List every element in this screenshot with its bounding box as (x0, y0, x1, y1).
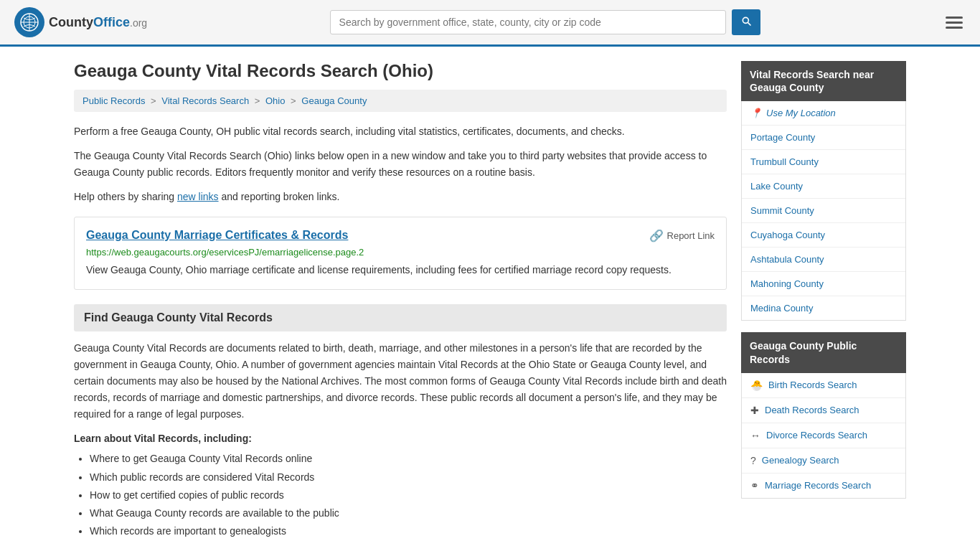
genealogy-icon: ? (750, 455, 756, 466)
nearby-links-container: 📍 Use My Location Portage County Trumbul… (741, 101, 906, 321)
list-item: Which records are important to genealogi… (90, 522, 727, 540)
record-title-link[interactable]: Geauga County Marriage Certificates & Re… (86, 229, 348, 242)
new-links-link[interactable]: new links (177, 191, 219, 202)
list-item: Which public records are considered Vita… (90, 468, 727, 486)
list-item: What Geauga County records are available… (90, 504, 727, 522)
report-link-label: Report Link (667, 230, 715, 241)
breadcrumb-sep-2: > (255, 95, 263, 106)
birth-icon: 🐣 (750, 380, 763, 391)
nearby-link-label: Medina County (750, 303, 813, 314)
breadcrumb-sep-3: > (291, 95, 298, 106)
nearby-link-label: Mahoning County (750, 278, 824, 289)
find-records-section-header: Find Geauga County Vital Records (74, 304, 727, 331)
divorce-records-label: Divorce Records Search (766, 430, 867, 441)
genealogy-link[interactable]: ? Genealogy Search (742, 448, 905, 474)
menu-bar-top (946, 17, 963, 19)
breadcrumb-public-records[interactable]: Public Records (83, 95, 145, 106)
record-description: View Geauga County, Ohio marriage certif… (86, 262, 715, 278)
death-icon: ✚ (750, 405, 759, 416)
nearby-link-label: Summit County (750, 205, 814, 216)
menu-button[interactable] (943, 14, 966, 32)
nearby-trumbull-county[interactable]: Trumbull County (742, 150, 905, 174)
genealogy-label: Genealogy Search (762, 455, 839, 466)
marriage-records-link[interactable]: ⚭ Marriage Records Search (742, 474, 905, 498)
divorce-records-link[interactable]: ↔ Divorce Records Search (742, 423, 905, 448)
nearby-portage-county[interactable]: Portage County (742, 126, 905, 150)
main-container: Geauga County Vital Records Search (Ohio… (60, 47, 920, 551)
intro-para-2: The Geauga County Vital Records Search (… (74, 148, 727, 180)
intro-para-3: Help others by sharing new links and rep… (74, 189, 727, 204)
death-records-link[interactable]: ✚ Death Records Search (742, 398, 905, 423)
public-records-section: Geauga County Public Records 🐣 Birth Rec… (741, 332, 906, 498)
page-title: Geauga County Vital Records Search (Ohio… (74, 61, 727, 81)
logo-text: CountyOffice.org (49, 15, 147, 30)
intro-p3-prefix: Help others by sharing (74, 191, 177, 202)
search-input[interactable] (330, 10, 726, 34)
list-item: Where to get Geauga County Vital Records… (90, 450, 727, 468)
intro-p3-suffix: and reporting broken links. (219, 191, 340, 202)
nearby-lake-county[interactable]: Lake County (742, 174, 905, 199)
nearby-mahoning-county[interactable]: Mahoning County (742, 272, 905, 296)
breadcrumb-vital-records[interactable]: Vital Records Search (161, 95, 249, 106)
nearby-section-title: Vital Records Search near Geauga County (741, 61, 906, 101)
birth-records-label: Birth Records Search (768, 380, 857, 390)
marriage-records-label: Marriage Records Search (765, 480, 871, 491)
menu-bar-bot (946, 27, 963, 29)
nearby-cuyahoga-county[interactable]: Cuyahoga County (742, 223, 905, 248)
search-button[interactable] (732, 9, 760, 35)
menu-bar-mid (946, 22, 963, 24)
use-location-label: Use My Location (766, 108, 836, 118)
search-area (330, 9, 760, 35)
learn-header: Learn about Vital Records, including: (74, 433, 727, 444)
report-link-button[interactable]: 🔗 Report Link (649, 229, 715, 242)
marriage-icon: ⚭ (750, 480, 759, 491)
record-card: Geauga County Marriage Certificates & Re… (74, 217, 727, 290)
logo-area: CountyOffice.org (14, 7, 147, 37)
search-icon (740, 15, 752, 27)
content-area: Geauga County Vital Records Search (Ohio… (74, 61, 727, 540)
breadcrumb-geauga[interactable]: Geauga County (301, 95, 367, 106)
public-records-links-container: 🐣 Birth Records Search ✚ Death Records S… (741, 373, 906, 499)
birth-records-link[interactable]: 🐣 Birth Records Search (742, 373, 905, 398)
record-url[interactable]: https://web.geaugacourts.org/eservicesPJ… (86, 247, 715, 258)
logo-icon (14, 7, 44, 37)
death-records-label: Death Records Search (765, 405, 859, 415)
breadcrumb-sep-1: > (151, 95, 159, 106)
divorce-icon: ↔ (750, 430, 760, 441)
intro-para-1: Perform a free Geauga County, OH public … (74, 123, 727, 139)
use-location-link[interactable]: 📍 Use My Location (742, 101, 905, 126)
breadcrumb-ohio[interactable]: Ohio (265, 95, 285, 106)
nearby-link-label: Portage County (750, 132, 815, 143)
nearby-link-label: Trumbull County (750, 156, 819, 167)
breadcrumb: Public Records > Vital Records Search > … (74, 90, 727, 112)
location-icon: 📍 (750, 108, 762, 118)
nearby-summit-county[interactable]: Summit County (742, 199, 905, 223)
body-text-main: Geauga County Vital Records are document… (74, 340, 727, 423)
nearby-link-label: Ashtabula County (750, 254, 824, 265)
nearby-ashtabula-county[interactable]: Ashtabula County (742, 248, 905, 272)
nearby-section: Vital Records Search near Geauga County … (741, 61, 906, 321)
learn-list: Where to get Geauga County Vital Records… (74, 450, 727, 540)
nearby-link-label: Lake County (750, 181, 803, 192)
report-icon: 🔗 (649, 229, 664, 242)
sidebar: Vital Records Search near Geauga County … (741, 61, 906, 540)
header: CountyOffice.org (0, 0, 980, 47)
public-records-title: Geauga County Public Records (741, 332, 906, 372)
list-item: How to get certified copies of public re… (90, 486, 727, 504)
nearby-medina-county[interactable]: Medina County (742, 296, 905, 320)
nearby-link-label: Cuyahoga County (750, 230, 825, 240)
